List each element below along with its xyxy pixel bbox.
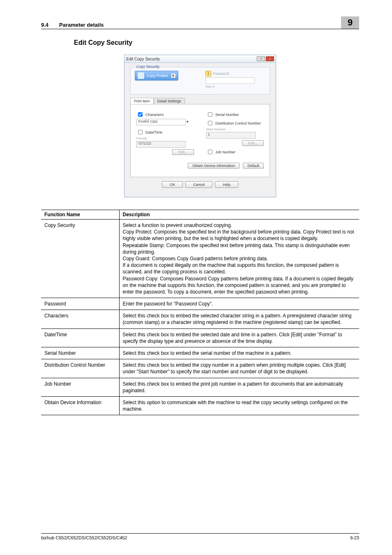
checkbox-characters-input[interactable]	[138, 112, 143, 117]
tab-content: Characters Invalid copy ▾ Date/Time Form…	[130, 104, 270, 177]
help-button[interactable]: Help	[215, 181, 238, 188]
help-icon[interactable]: ?	[257, 56, 265, 61]
table-cell-description: Select a function to prevent unauthorize…	[119, 220, 359, 298]
table-row: Distribution Control NumberSelect this c…	[41, 359, 359, 378]
checkbox-serial-input[interactable]	[208, 112, 212, 117]
copy-security-value: Copy Protect	[147, 74, 168, 78]
table-cell-function: Characters	[41, 310, 119, 328]
copy-security-dropdown[interactable]: Copy Protect ▾	[135, 71, 178, 81]
dialog-edit-copy-security: Edit Copy Security ? × Copy Security Cop…	[124, 55, 276, 197]
copy-security-group: Copy Security Copy Protect ▾ i Password	[130, 67, 270, 95]
checkbox-jobnumber-label: Job Number	[215, 150, 235, 154]
tab-print-item[interactable]: Print Item	[130, 98, 154, 104]
table-cell-function: Obtain Device Information	[41, 396, 119, 415]
table-cell-description: Enter the password for "Password Copy".	[119, 298, 359, 310]
section-title: Parameter details	[59, 22, 341, 28]
password-label: Password	[213, 72, 229, 76]
checkbox-serial-label: Serial Number	[215, 113, 239, 117]
dialog-title: Edit Copy Security	[126, 57, 160, 61]
table-row: Date/TimeSelect this check box to embed …	[41, 328, 359, 347]
checkbox-distribution-label: Distribution Control Number	[215, 121, 261, 125]
dialog-titlebar: Edit Copy Security ? ×	[125, 55, 276, 63]
table-row: Job NumberSelect this check box to embed…	[41, 378, 359, 396]
checkbox-datetime-label: Date/Time	[145, 130, 162, 134]
datetime-value: '07/1/23	[136, 141, 186, 148]
table-cell-description: Select this check box to embed the seria…	[119, 347, 359, 359]
password-hint: Max 8	[205, 85, 265, 88]
datetime-format-label: Format	[136, 136, 194, 140]
characters-dropdown[interactable]: Invalid copy	[136, 119, 186, 125]
checkbox-serial[interactable]: Serial Number	[206, 111, 264, 118]
start-number-edit-button[interactable]: Edit...	[242, 140, 264, 146]
close-icon[interactable]: ×	[266, 56, 274, 61]
table-row: PasswordEnter the password for "Password…	[41, 298, 359, 310]
section-number: 9.4	[41, 22, 48, 28]
checkbox-distribution-input[interactable]	[208, 121, 212, 125]
checkbox-characters[interactable]: Characters	[136, 111, 194, 118]
table-cell-function: Password	[41, 298, 119, 310]
page-heading: Edit Copy Security	[74, 39, 359, 46]
parameter-table: Function Name Description Copy SecurityS…	[41, 210, 359, 415]
info-icon: i	[205, 71, 211, 76]
checkbox-datetime-input[interactable]	[138, 130, 143, 134]
chevron-down-icon: ▾	[187, 120, 189, 124]
footer-model: bizhub C652/C652DS/C552/C552DS/C452	[41, 535, 127, 540]
datetime-edit-button[interactable]: Edit...	[172, 149, 194, 155]
checkbox-datetime[interactable]: Date/Time	[136, 129, 194, 136]
table-cell-description: Select this check box to embed the selec…	[119, 328, 359, 347]
copy-protect-icon	[138, 72, 144, 79]
table-cell-description: Select this check box to embed the selec…	[119, 310, 359, 328]
window-buttons: ? ×	[257, 56, 274, 61]
start-number-value: 1	[206, 132, 256, 139]
table-cell-description: Select this check box to embed the print…	[119, 378, 359, 396]
default-button[interactable]: Default	[243, 163, 264, 169]
table-cell-function: Date/Time	[41, 328, 119, 347]
footer-page: 9-23	[350, 535, 359, 540]
table-row: CharactersSelect this check box to embed…	[41, 310, 359, 328]
obtain-device-info-button[interactable]: Obtain Device Information	[188, 163, 240, 169]
table-cell-function: Distribution Control Number	[41, 359, 119, 378]
checkbox-distribution[interactable]: Distribution Control Number	[206, 120, 264, 127]
ok-button[interactable]: OK	[162, 181, 183, 188]
checkbox-jobnumber-input[interactable]	[208, 150, 212, 154]
table-head-function: Function Name	[41, 210, 119, 220]
chevron-down-icon: ▾	[171, 74, 175, 78]
tab-detail-settings[interactable]: Detail Settings	[154, 98, 185, 104]
table-cell-function: Job Number	[41, 378, 119, 396]
table-row: Obtain Device InformationSelect this opt…	[41, 396, 359, 415]
table-cell-description: Select this option to communicate with t…	[119, 396, 359, 415]
table-head-description: Description	[119, 210, 359, 220]
checkbox-jobnumber[interactable]: Job Number	[206, 148, 264, 155]
cancel-button[interactable]: Cancel	[185, 181, 212, 188]
table-cell-function: Serial Number	[41, 347, 119, 359]
group-legend: Copy Security	[135, 65, 161, 69]
chapter-badge: 9	[341, 16, 359, 29]
table-cell-function: Copy Security	[41, 220, 119, 298]
checkbox-characters-label: Characters	[145, 113, 164, 117]
table-cell-description: Select this check box to embed the copy …	[119, 359, 359, 378]
table-row: Copy SecuritySelect a function to preven…	[41, 220, 359, 298]
start-number-label: Start Number	[206, 127, 264, 131]
table-row: Serial NumberSelect this check box to em…	[41, 347, 359, 359]
password-input[interactable]	[205, 77, 255, 84]
